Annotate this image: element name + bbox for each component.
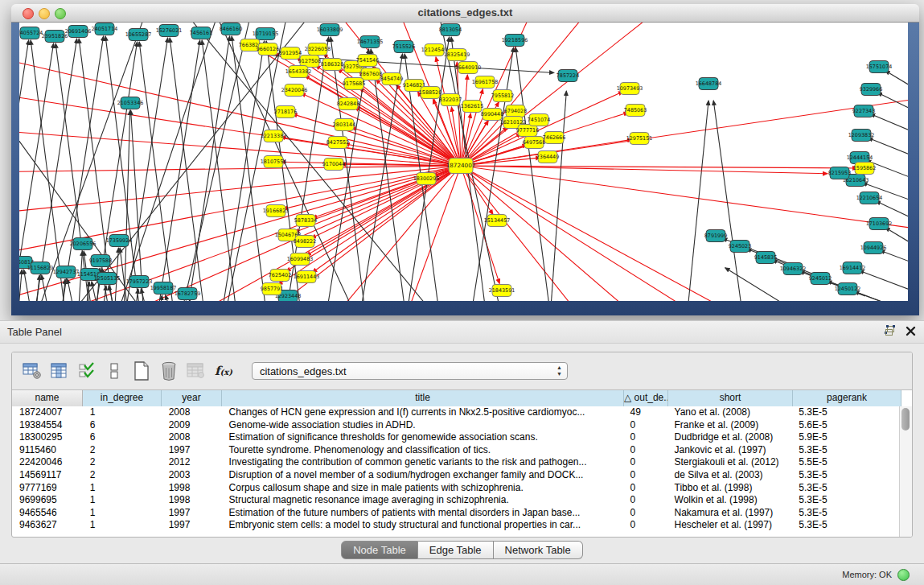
- graph-node[interactable]: 12093832: [848, 130, 875, 142]
- graph-node[interactable]: 15751074: [866, 61, 893, 73]
- cited-node[interactable]: 9170044: [322, 159, 345, 171]
- cited-node[interactable]: 7625402: [269, 270, 291, 282]
- cited-node[interactable]: 23226058: [305, 43, 331, 56]
- graph-node[interactable]: 17957223: [126, 276, 153, 288]
- cited-node[interactable]: 18325419: [444, 49, 470, 61]
- table-cell[interactable]: 0: [623, 444, 667, 457]
- table-settings-icon[interactable]: [20, 359, 44, 383]
- table-cell[interactable]: Structural magnetic resonance image aver…: [222, 494, 623, 507]
- table-cell[interactable]: Investigating the contribution of common…: [222, 456, 623, 469]
- table-cell[interactable]: 0: [623, 456, 667, 469]
- graph-node[interactable]: 17103692: [866, 218, 893, 230]
- graph-node[interactable]: 14671355: [357, 36, 384, 48]
- graph-node[interactable]: 23951826: [42, 31, 68, 43]
- table-cell[interactable]: 5.3E-5: [791, 519, 900, 532]
- table-cell[interactable]: Disruption of a novel member of a sodium…: [222, 469, 623, 482]
- graph-node[interactable]: 24055724: [19, 27, 43, 39]
- table-cell[interactable]: 6: [83, 431, 162, 444]
- cited-node[interactable]: 5878334: [294, 215, 317, 227]
- table-cell[interactable]: 0: [623, 419, 667, 432]
- graph-node[interactable]: 17359924: [106, 235, 133, 247]
- graph-node[interactable]: 16782759: [175, 288, 201, 300]
- cited-node[interactable]: 2364449: [536, 151, 559, 163]
- table-row[interactable]: 2242004622012Investigating the contribut…: [12, 456, 900, 469]
- cited-node[interactable]: 21843591: [489, 285, 515, 297]
- tab-network-table[interactable]: Network Table: [494, 541, 583, 559]
- column-header-name[interactable]: name: [12, 390, 83, 406]
- table-cell[interactable]: Dudbridge et al. (2008): [667, 431, 792, 444]
- cited-node[interactable]: 1362615: [461, 101, 483, 113]
- table-cell[interactable]: 18724007: [12, 406, 83, 419]
- table-selector-dropdown[interactable]: citations_edges.txt ▲▼: [252, 362, 568, 380]
- cited-node[interactable]: 9660126: [257, 43, 279, 56]
- table-cell[interactable]: 2009: [162, 419, 222, 432]
- column-header-in_degree[interactable]: in_degree: [83, 390, 162, 406]
- table-cell[interactable]: 5.3E-5: [791, 406, 900, 419]
- table-row[interactable]: 1938455462009Genome-wide association stu…: [12, 419, 900, 432]
- table-row[interactable]: 1872400712008Changes of HCN gene express…: [12, 406, 900, 419]
- citation-network-graph[interactable]: 2405572423951826206914062405171410655287…: [19, 23, 908, 301]
- cited-node[interactable]: 8186328: [321, 59, 343, 71]
- cited-node[interactable]: 7451074: [528, 114, 550, 126]
- memory-status-indicator[interactable]: [897, 569, 910, 581]
- cited-node[interactable]: 8242848: [337, 98, 359, 110]
- window-titlebar[interactable]: citations_edges.txt: [11, 4, 919, 23]
- cited-node[interactable]: 8427552: [326, 137, 349, 149]
- table-cell[interactable]: 1: [83, 494, 162, 507]
- table-cell[interactable]: Genome-wide association studies in ADHD.: [222, 419, 623, 432]
- cited-node[interactable]: 16543382: [285, 66, 312, 78]
- graph-node[interactable]: 10655287: [125, 29, 152, 41]
- graph-node[interactable]: 9329966: [860, 84, 882, 96]
- cited-node[interactable]: 2803144: [333, 119, 355, 131]
- graph-node[interactable]: 12942737: [53, 266, 80, 278]
- graph-node[interactable]: 7515526: [392, 41, 415, 53]
- table-cell[interactable]: Jankovic et al. (1997): [667, 444, 792, 457]
- column-settings-icon[interactable]: [47, 359, 72, 383]
- column-header-title[interactable]: title: [222, 390, 624, 406]
- graph-node[interactable]: 16033809: [317, 24, 343, 36]
- cited-node[interactable]: 16099483: [287, 253, 314, 266]
- table-row[interactable]: 946362711997Embryonic stem cells: a mode…: [12, 519, 900, 532]
- table-cell[interactable]: 5.3E-5: [791, 444, 900, 457]
- table-cell[interactable]: 0: [623, 519, 667, 532]
- graph-node[interactable]: 16914412: [840, 262, 866, 274]
- cited-node[interactable]: 18300295: [413, 173, 440, 185]
- table-cell[interactable]: 2003: [162, 469, 222, 482]
- graph-node[interactable]: 19218596: [502, 35, 528, 47]
- table-cell[interactable]: Nakamura et al. (1997): [667, 507, 792, 520]
- table-cell[interactable]: Tibbo et al. (1998): [667, 482, 792, 495]
- graph-node[interactable]: 9227343: [852, 105, 875, 117]
- table-cell[interactable]: Corpus callosum shape and size in male p…: [222, 482, 623, 495]
- table-cell[interactable]: 14569117: [12, 469, 83, 482]
- hub-node[interactable]: 18724007: [446, 159, 476, 174]
- cited-node[interactable]: 10973493: [617, 83, 643, 95]
- cited-node[interactable]: 1595862: [853, 163, 876, 175]
- table-cell[interactable]: 49: [623, 406, 667, 419]
- graph-node[interactable]: 19958187: [150, 282, 177, 295]
- table-cell[interactable]: 19384554: [12, 419, 83, 432]
- graph-node[interactable]: 12450122: [835, 283, 861, 295]
- table-cell[interactable]: 6: [83, 419, 162, 432]
- table-cell[interactable]: Yano et al. (2008): [667, 406, 792, 419]
- table-cell[interactable]: 5.5E-5: [791, 456, 900, 469]
- cited-node[interactable]: 18107554: [261, 156, 287, 168]
- table-cell[interactable]: 5.6E-5: [791, 419, 900, 432]
- table-cell[interactable]: 5.3E-5: [791, 469, 900, 482]
- tab-node-table[interactable]: Node Table: [341, 541, 418, 559]
- table-cell[interactable]: 1998: [162, 494, 222, 507]
- table-cell[interactable]: 2: [83, 456, 162, 469]
- column-header-year[interactable]: year: [162, 390, 222, 406]
- cited-node[interactable]: 5912954: [279, 47, 302, 60]
- cited-node[interactable]: 7462666: [543, 132, 565, 144]
- table-cell[interactable]: 5.3E-5: [791, 507, 900, 520]
- cited-node[interactable]: 23420046: [281, 84, 308, 97]
- cited-node[interactable]: 12124549: [421, 44, 448, 56]
- table-cell[interactable]: 5.3E-5: [791, 494, 900, 507]
- graph-node[interactable]: 11156829: [27, 262, 54, 274]
- graph-node[interactable]: 8466160: [220, 23, 242, 35]
- table-cell[interactable]: 0: [623, 494, 667, 507]
- graph-node[interactable]: 8791999: [704, 230, 727, 242]
- delete-table-icon[interactable]: [157, 359, 181, 383]
- float-window-icon[interactable]: [884, 325, 896, 336]
- table-cell[interactable]: Wolkin et al. (1998): [667, 494, 792, 507]
